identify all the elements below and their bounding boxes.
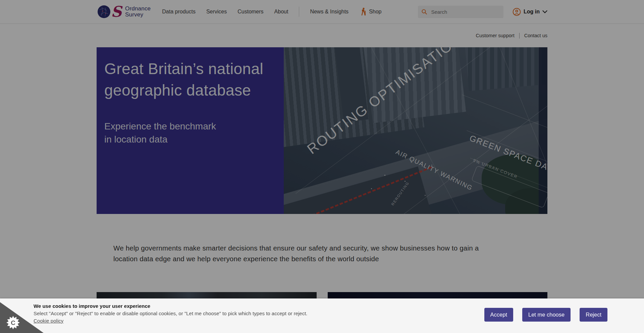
nav-item-about[interactable]: About xyxy=(274,9,288,15)
user-circle-icon xyxy=(513,8,521,16)
contact-us-link[interactable]: Contact us xyxy=(524,33,547,38)
hiker-icon xyxy=(360,7,367,16)
cookie-heading: We use cookies to improve your user expe… xyxy=(34,303,308,309)
let-me-choose-button[interactable]: Let me choose xyxy=(522,308,571,322)
cookie-banner: C We use cookies to improve your user ex… xyxy=(0,298,644,333)
intro-paragraph: We help governments make smarter decisio… xyxy=(113,243,509,264)
utility-divider xyxy=(519,33,520,39)
chevron-down-icon xyxy=(542,10,547,13)
hero-subheading: Experience the benchmark in location dat… xyxy=(104,120,270,146)
cookie-buttons: Accept Let me choose Reject xyxy=(484,308,607,322)
svg-text:C: C xyxy=(11,319,15,326)
utility-links: Customer support Contact us xyxy=(97,24,547,47)
customer-support-link[interactable]: Customer support xyxy=(476,33,514,38)
login-control[interactable]: Log in xyxy=(513,8,547,16)
os-logo-icon: S xyxy=(97,4,123,20)
search-input[interactable] xyxy=(431,9,500,15)
login-label: Log in xyxy=(524,9,540,15)
ordnance-survey-logo[interactable]: S Ordnance Survey xyxy=(97,4,151,20)
hero-banner: Great Britain’s national geographic data… xyxy=(97,47,547,214)
cookie-text-block: We use cookies to improve your user expe… xyxy=(34,303,308,324)
top-navigation: S Ordnance Survey Data products Services… xyxy=(0,0,644,24)
hero-heading: Great Britain’s national geographic data… xyxy=(104,58,270,101)
hero-video[interactable]: ROUTING OPTIMISATION REROUTING AIR QUALI… xyxy=(284,47,547,214)
search-box[interactable] xyxy=(418,6,503,18)
nav-item-data-products[interactable]: Data products xyxy=(162,9,196,15)
cookie-body-text: Select "Accept" or "Reject" to enable or… xyxy=(34,311,308,316)
shop-nav[interactable]: Shop xyxy=(360,7,381,16)
nav-divider xyxy=(299,7,299,17)
main-menu: Data products Services Customers About N… xyxy=(162,7,348,17)
nav-item-customers[interactable]: Customers xyxy=(237,9,263,15)
accept-button[interactable]: Accept xyxy=(484,308,513,322)
cookie-control-gear-icon[interactable]: C xyxy=(5,315,21,330)
hero-text-panel: Great Britain’s national geographic data… xyxy=(97,47,284,214)
nav-item-shop[interactable]: Shop xyxy=(369,9,381,15)
reject-button[interactable]: Reject xyxy=(580,308,607,322)
search-icon xyxy=(421,8,427,15)
pedestrian-dots xyxy=(384,175,385,176)
svg-text:S: S xyxy=(111,4,123,20)
nav-item-services[interactable]: Services xyxy=(206,9,227,15)
nav-item-news-insights[interactable]: News & Insights xyxy=(310,9,348,15)
os-wordmark: Ordnance Survey xyxy=(125,6,151,18)
cookie-policy-link[interactable]: Cookie policy xyxy=(34,318,63,324)
